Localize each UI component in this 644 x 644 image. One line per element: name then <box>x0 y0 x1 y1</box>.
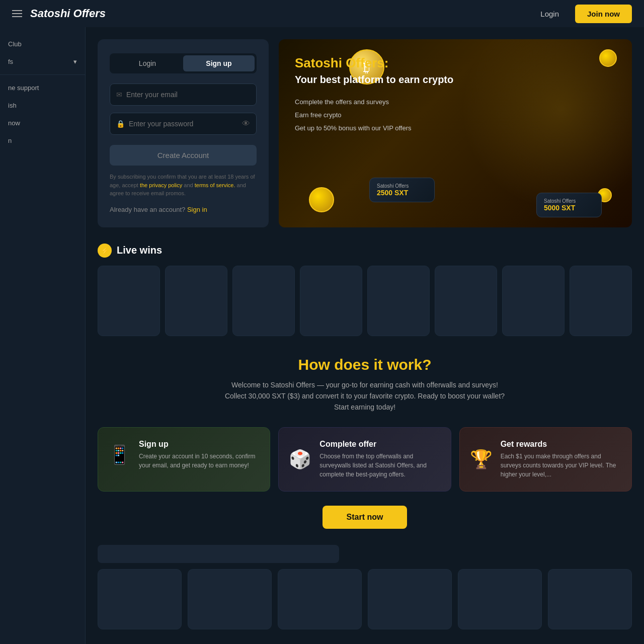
hero-feature-2: Earn free crypto <box>295 109 466 122</box>
sidebar-item-label: now <box>8 119 20 127</box>
password-field-group: 🔒 👁 <box>110 113 257 135</box>
step-desc-2: Choose from the top offerwalls and surve… <box>319 452 440 479</box>
sidebar-item-fs[interactable]: fs ▾ <box>0 53 85 70</box>
hero-feature-3: Get up to 50% bonus with our VIP offers <box>295 122 466 135</box>
email-input[interactable] <box>126 91 250 99</box>
start-now-button[interactable]: Start now <box>323 506 408 529</box>
email-input-wrap: ✉ <box>110 84 257 106</box>
how-title: How does it work? <box>98 356 632 373</box>
hamburger-menu[interactable] <box>12 10 22 17</box>
bottom-card <box>548 569 632 629</box>
signin-link[interactable]: Sign in <box>187 206 207 213</box>
win-card <box>502 266 565 336</box>
terms-of-service-link[interactable]: terms of service. <box>195 182 235 188</box>
main-content: Login Sign up ✉ 🔒 👁 Create Ac <box>86 27 644 644</box>
promo-card-2: Satoshi Offers 5000 SXT <box>536 193 602 217</box>
live-wins-header: ⚡ Live wins <box>98 244 632 258</box>
brand-logo: Satoshi Offers <box>30 7 106 20</box>
sidebar-item-ish[interactable]: ish <box>0 97 85 114</box>
win-card <box>367 266 430 336</box>
win-card <box>300 266 362 336</box>
bottom-card <box>188 569 272 629</box>
step-desc-3: Each $1 you make through offers and surv… <box>501 452 621 479</box>
sidebar-item-club[interactable]: Club <box>0 35 85 53</box>
bottom-section <box>98 545 632 629</box>
hero-subtitle: Your best platform to earn crypto <box>295 74 466 86</box>
how-section: How does it work? Welcome to Satoshi Off… <box>98 356 632 529</box>
brand-name-text: Satoshi Offers <box>30 7 106 20</box>
win-card <box>435 266 497 336</box>
sidebar-item-label: n <box>8 137 12 144</box>
bottom-bar <box>98 545 339 563</box>
sidebar-divider <box>0 74 85 75</box>
sidebar-item-label: ne support <box>8 84 39 92</box>
hero-title: Satoshi Offers: <box>295 55 466 71</box>
hero-section: Login Sign up ✉ 🔒 👁 Create Ac <box>98 39 632 227</box>
bottom-grid <box>98 569 632 629</box>
promo-card-1: Satoshi Offers 2500 SXT <box>369 178 435 202</box>
step-row: 🎲 Complete offer Choose from the top off… <box>289 440 440 479</box>
step-content-3: Get rewards Each $1 you make through off… <box>501 440 621 479</box>
coin-decoration-2 <box>599 49 617 67</box>
live-wins-title: Live wins <box>117 245 162 256</box>
step-icon-trophy: 🏆 <box>470 449 493 470</box>
promo-card-1-amount: 2500 SXT <box>377 189 427 197</box>
live-wins-grid <box>98 266 632 336</box>
promo-card-2-amount: 5000 SXT <box>544 204 594 212</box>
terms-and: and <box>182 182 194 188</box>
sidebar-item-label: ish <box>8 102 17 109</box>
bottom-card <box>98 569 182 629</box>
how-description: Welcome to Satoshi Offers — your go-to f… <box>224 379 506 413</box>
promo-card-2-label: Satoshi Offers <box>544 198 594 204</box>
eye-icon[interactable]: 👁 <box>242 119 250 128</box>
email-icon: ✉ <box>116 91 122 99</box>
step-icon-dice: 🎲 <box>289 449 311 470</box>
step-title-3: Get rewards <box>501 440 621 449</box>
win-card <box>98 266 160 336</box>
coin-decoration-3 <box>309 187 334 212</box>
create-account-button[interactable]: Create Account <box>110 145 257 166</box>
step-icon-phone: 📱 <box>108 444 131 465</box>
auth-tabs: Login Sign up <box>110 53 257 73</box>
navbar-left: Satoshi Offers <box>12 7 106 20</box>
signin-prompt: Already have an account? Sign in <box>110 206 257 213</box>
step-card-rewards: 🏆 Get rewards Each $1 you make through o… <box>459 427 632 492</box>
steps-grid: 📱 Sign up Create your account in 10 seco… <box>98 427 632 492</box>
step-content-1: Sign up Create your account in 10 second… <box>139 440 260 470</box>
step-row: 📱 Sign up Create your account in 10 seco… <box>108 440 260 470</box>
step-title-2: Complete offer <box>319 440 440 449</box>
chevron-down-icon: ▾ <box>73 58 77 65</box>
lock-icon: 🔒 <box>116 120 125 128</box>
already-text: Already have an account? <box>110 206 187 213</box>
password-input-wrap: 🔒 👁 <box>110 113 257 135</box>
sidebar-item-label: Club <box>8 40 22 48</box>
navbar: Satoshi Offers Login Join now <box>0 0 644 27</box>
sidebar-item-n[interactable]: n <box>0 132 85 149</box>
password-input[interactable] <box>129 120 242 128</box>
join-now-button[interactable]: Join now <box>575 5 632 23</box>
sidebar-item-now[interactable]: now <box>0 114 85 132</box>
navbar-right: Login Join now <box>532 5 632 23</box>
tab-signup[interactable]: Sign up <box>183 55 255 71</box>
tab-login[interactable]: Login <box>112 55 183 71</box>
step-desc-1: Create your account in 10 seconds, confi… <box>139 452 260 470</box>
win-card <box>165 266 227 336</box>
step-card-offer: 🎲 Complete offer Choose from the top off… <box>278 427 451 492</box>
hero-banner: ₿ Satoshi Offers: Your best platform to … <box>279 39 632 227</box>
bottom-card <box>368 569 452 629</box>
email-field-group: ✉ <box>110 84 257 106</box>
hero-feature-1: Complete the offers and surveys <box>295 96 466 109</box>
lightning-icon: ⚡ <box>98 244 112 258</box>
main-layout: Club fs ▾ ne support ish now n Login Si <box>0 27 644 644</box>
hero-features: Complete the offers and surveys Earn fre… <box>295 96 466 135</box>
promo-card-1-label: Satoshi Offers <box>377 183 427 189</box>
step-title-1: Sign up <box>139 440 260 449</box>
privacy-policy-link[interactable]: the privacy policy <box>140 182 182 188</box>
step-row: 🏆 Get rewards Each $1 you make through o… <box>470 440 621 479</box>
sidebar-item-support[interactable]: ne support <box>0 79 85 97</box>
step-content-2: Complete offer Choose from the top offer… <box>319 440 440 479</box>
login-button[interactable]: Login <box>532 6 567 22</box>
terms-text: By subscribing you confirm that you are … <box>110 173 257 198</box>
bottom-card <box>458 569 542 629</box>
bottom-card <box>278 569 362 629</box>
